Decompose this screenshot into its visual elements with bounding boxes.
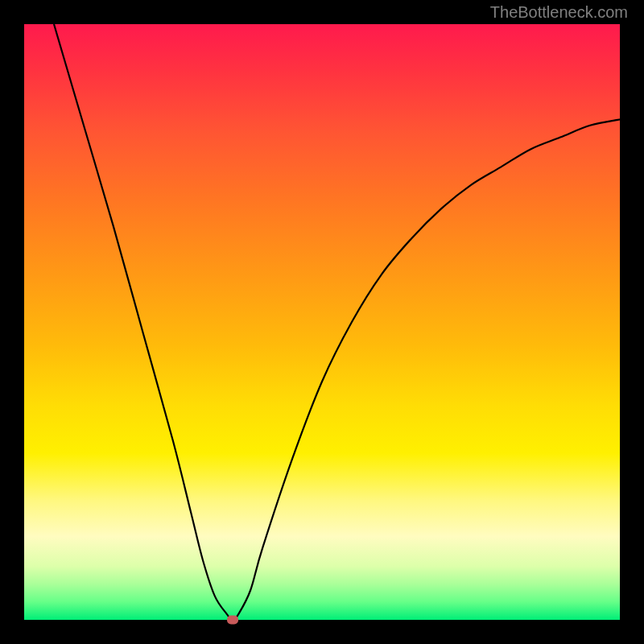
curve-layer [24,24,620,620]
optimal-marker [227,616,238,625]
plot-area [24,24,620,620]
watermark-text: TheBottleneck.com [490,3,628,22]
bottleneck-curve [54,24,620,620]
